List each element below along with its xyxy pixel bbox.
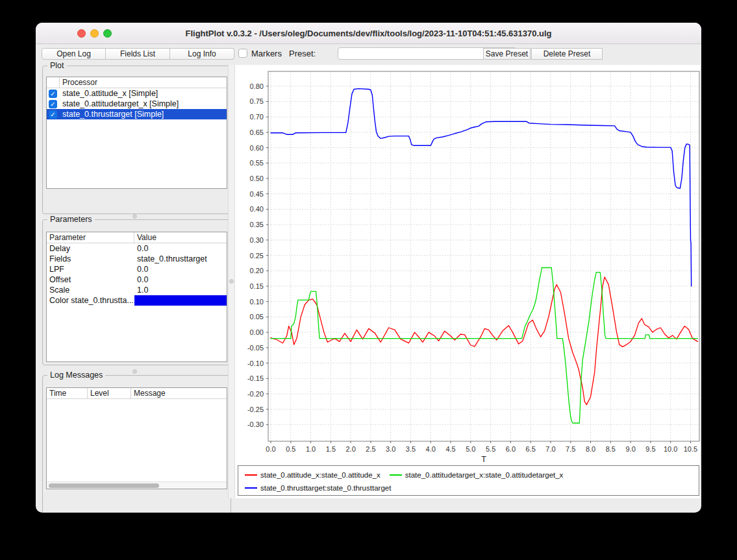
zoom-window-button[interactable] bbox=[103, 29, 112, 38]
markers-checkbox[interactable] bbox=[238, 49, 247, 58]
parameter-column-header: Parameter bbox=[47, 232, 134, 243]
open-log-button[interactable]: Open Log bbox=[42, 48, 106, 60]
x-tick-label: 4.0 bbox=[426, 445, 436, 453]
y-tick-label: 0.50 bbox=[250, 175, 264, 182]
x-tick-label: 7.5 bbox=[566, 445, 575, 453]
series-line bbox=[271, 268, 698, 424]
parameter-value[interactable]: 0.0 bbox=[134, 274, 227, 285]
y-tick-label: 0.30 bbox=[250, 236, 264, 244]
chart-gridlines bbox=[268, 71, 699, 441]
legend-line-swatch bbox=[245, 487, 257, 489]
y-tick-label: -0.05 bbox=[247, 344, 264, 352]
item-checkbox[interactable]: ✓ bbox=[49, 90, 57, 98]
parameter-row: Scale1.0 bbox=[47, 285, 227, 295]
toolbar-button-group: Open Log Fields List Log Info bbox=[42, 48, 234, 60]
x-tick-label: 10.5 bbox=[684, 445, 697, 453]
parameters-panel-title: Parameters bbox=[47, 215, 95, 224]
save-preset-button[interactable]: Save Preset bbox=[483, 48, 531, 60]
preset-label: Preset: bbox=[289, 49, 316, 58]
x-tick-label: 0.5 bbox=[286, 445, 295, 453]
delete-preset-button[interactable]: Delete Preset bbox=[531, 48, 603, 60]
series-line bbox=[271, 89, 692, 286]
axis-ticks bbox=[266, 86, 691, 443]
legend-line-swatch bbox=[390, 474, 402, 476]
legend-label: state_0.thrusttarget:state_0.thrusttarge… bbox=[260, 484, 391, 492]
chart-plot[interactable]: 0.00.51.01.52.02.53.03.54.04.55.05.56.06… bbox=[235, 65, 700, 465]
vertical-splitter[interactable] bbox=[228, 65, 235, 498]
horizontal-scrollbar[interactable] bbox=[47, 481, 227, 489]
x-tick-label: 10.0 bbox=[664, 445, 677, 453]
processor-list-item[interactable]: ✓state_0.thrusttarget [Simple] bbox=[47, 109, 227, 119]
parameter-value[interactable]: state_0.thrusttarget bbox=[134, 254, 227, 264]
parameter-row: Offset0.0 bbox=[47, 274, 227, 285]
x-tick-label: 6.0 bbox=[506, 445, 516, 453]
log-info-button[interactable]: Log Info bbox=[170, 48, 234, 60]
x-axis-label: T bbox=[481, 455, 486, 464]
y-tick-label: 0.60 bbox=[250, 144, 264, 152]
legend-label: state_0.attitude_x:state_0.attitude_x bbox=[260, 471, 381, 479]
color-swatch[interactable] bbox=[134, 295, 227, 306]
minimize-window-button[interactable] bbox=[90, 29, 99, 38]
x-tick-label: 4.5 bbox=[445, 445, 455, 453]
y-tick-label: -0.25 bbox=[247, 406, 264, 413]
x-tick-label: 7.0 bbox=[545, 445, 555, 453]
parameter-name: Delay bbox=[47, 243, 134, 254]
x-tick-label: 3.5 bbox=[406, 445, 416, 453]
close-window-button[interactable] bbox=[77, 29, 86, 38]
checkbox-column-header bbox=[47, 77, 60, 88]
horizontal-splitter-handle[interactable] bbox=[132, 369, 137, 374]
y-tick-label: 0.55 bbox=[250, 159, 264, 167]
y-tick-label: -0.30 bbox=[247, 420, 264, 428]
fields-list-button[interactable]: Fields List bbox=[106, 48, 170, 60]
scrollbar-thumb[interactable] bbox=[49, 483, 159, 488]
parameters-table-header: Parameter Value bbox=[47, 232, 227, 243]
parameter-value[interactable]: 0.0 bbox=[134, 264, 227, 274]
x-tick-label: 1.0 bbox=[306, 445, 316, 453]
legend-line-swatch bbox=[245, 474, 257, 476]
legend-item: state_0.attitude_x:state_0.attitude_x bbox=[245, 471, 381, 479]
item-checkbox[interactable]: ✓ bbox=[49, 100, 57, 108]
y-tick-label: -0.10 bbox=[247, 359, 264, 367]
vertical-splitter-handle[interactable] bbox=[229, 279, 234, 284]
parameter-row: Delay0.0 bbox=[47, 243, 227, 254]
level-column-header: Level bbox=[88, 388, 131, 399]
y-tick-label: 0.10 bbox=[250, 298, 264, 306]
processor-column-header: Processor bbox=[60, 77, 227, 88]
parameters-table[interactable]: Parameter Value Delay0.0Fieldsstate_0.th… bbox=[46, 232, 227, 362]
x-tick-label: 8.0 bbox=[586, 445, 595, 453]
item-label: state_0.attitude_x [Simple] bbox=[60, 88, 160, 99]
parameter-name: Scale bbox=[47, 285, 134, 295]
parameter-value[interactable]: 1.0 bbox=[134, 285, 227, 295]
parameter-value[interactable]: 0.0 bbox=[134, 243, 227, 254]
item-checkbox[interactable]: ✓ bbox=[49, 110, 57, 119]
parameter-name: Offset bbox=[47, 274, 134, 285]
app-window: FlightPlot v.0.3.2 - /Users/oleg/Documen… bbox=[36, 23, 701, 513]
x-tick-label: 5.0 bbox=[466, 445, 475, 453]
x-tick-label: 2.5 bbox=[366, 445, 375, 453]
parameter-name: LPF bbox=[47, 264, 134, 274]
y-tick-label: -0.15 bbox=[247, 374, 264, 382]
processor-list-header: Processor bbox=[47, 77, 227, 88]
chart-area: 0.00.51.01.52.02.53.03.54.04.55.05.56.06… bbox=[235, 65, 700, 498]
parameter-row: LPF0.0 bbox=[47, 264, 227, 274]
processor-list-item[interactable]: ✓state_0.attitude_x [Simple] bbox=[47, 88, 227, 99]
y-tick-label: 0.15 bbox=[250, 282, 264, 290]
markers-label: Markers bbox=[251, 49, 282, 58]
y-tick-label: -0.20 bbox=[247, 390, 264, 398]
x-tick-label: 6.5 bbox=[526, 445, 536, 453]
processor-list[interactable]: Processor ✓state_0.attitude_x [Simple]✓s… bbox=[46, 77, 227, 189]
title-bar[interactable]: FlightPlot v.0.3.2 - /Users/oleg/Documen… bbox=[36, 23, 701, 44]
log-table-header: Time Level Message bbox=[47, 388, 227, 399]
legend-item: state_0.thrusttarget:state_0.thrusttarge… bbox=[245, 484, 391, 492]
horizontal-splitter-handle[interactable] bbox=[132, 214, 137, 219]
plot-border bbox=[268, 71, 699, 441]
y-tick-label: 0.35 bbox=[250, 221, 264, 228]
parameter-name: Fields bbox=[47, 254, 134, 264]
time-column-header: Time bbox=[47, 388, 88, 399]
plot-panel: Plot Processor ✓state_0.attitude_x [Simp… bbox=[42, 66, 231, 214]
log-messages-panel-title: Log Messages bbox=[47, 371, 105, 380]
x-tick-label: 5.5 bbox=[486, 445, 495, 453]
processor-list-item[interactable]: ✓state_0.attitudetarget_x [Simple] bbox=[47, 99, 227, 109]
log-messages-table[interactable]: Time Level Message bbox=[46, 387, 227, 489]
parameter-name: Color state_0.thrustta... bbox=[47, 295, 134, 306]
